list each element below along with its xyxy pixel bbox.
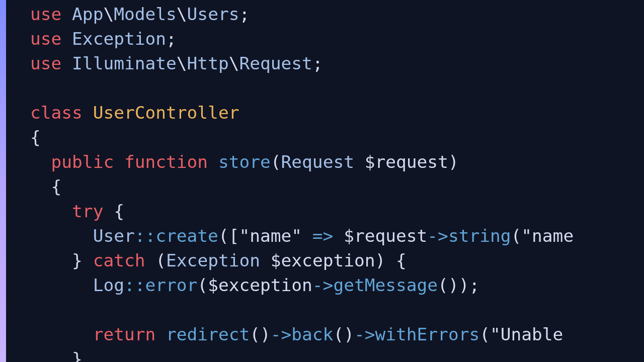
- token-punct: ());: [438, 275, 479, 295]
- token-punct: ;: [166, 29, 177, 49]
- token-ns: Exception: [72, 29, 166, 49]
- code-line: Log::error($exception->getMessage());: [30, 275, 479, 295]
- code-line: return redirect()->back()->withErrors("U…: [30, 324, 563, 344]
- token-punct: ): [448, 152, 459, 172]
- token-var: $exception: [271, 250, 375, 270]
- token-punct: (: [155, 250, 166, 270]
- token-call: error: [145, 275, 197, 295]
- code-line: use Exception;: [30, 29, 177, 49]
- token-op: ->: [354, 324, 375, 344]
- token-kw: public: [51, 152, 114, 172]
- code-line: } catch (Exception $exception) {: [30, 250, 407, 270]
- token-call: back: [291, 324, 333, 344]
- token-ns: Request: [239, 53, 312, 73]
- token-op: ->: [271, 324, 292, 344]
- token-punct: {: [396, 250, 407, 270]
- token-punct: (): [250, 324, 271, 344]
- token-op: ->: [427, 226, 448, 246]
- token-strtxt: "Unable: [490, 324, 563, 344]
- token-call: withErrors: [375, 324, 479, 344]
- token-kw: use: [30, 4, 61, 24]
- token-punct: (: [511, 226, 522, 246]
- token-kw: try: [72, 201, 103, 221]
- token-punct: {: [51, 176, 62, 197]
- token-ns: Models: [114, 4, 177, 24]
- token-op: =>: [312, 226, 334, 246]
- token-call: string: [448, 226, 511, 246]
- token-op: ::: [135, 226, 156, 246]
- token-call: create: [155, 226, 218, 246]
- token-punct: (): [333, 324, 354, 344]
- token-strtxt: "name: [521, 226, 574, 246]
- token-var: $request: [365, 152, 448, 172]
- token-punct: \: [177, 53, 187, 73]
- code-line: {: [30, 176, 61, 197]
- code-line: class UserController: [30, 103, 239, 123]
- token-punct: {: [114, 201, 124, 221]
- token-punct: ;: [239, 4, 250, 24]
- token-var: $exception: [208, 275, 312, 295]
- token-punct: \: [229, 53, 239, 73]
- token-kw: return: [93, 324, 156, 344]
- token-call: redirect: [166, 324, 250, 344]
- token-kw: use: [30, 53, 61, 73]
- token-ns: Http: [187, 53, 229, 73]
- token-kw: catch: [93, 250, 145, 270]
- token-call: getMessage: [333, 275, 438, 295]
- code-editor-view: use App\Models\Users; use Exception; use…: [0, 0, 644, 362]
- token-ns: Users: [187, 4, 239, 24]
- token-punct: \: [177, 4, 187, 24]
- token-ns: App: [72, 4, 103, 24]
- token-type: Request: [281, 152, 354, 172]
- code-line: use App\Models\Users;: [30, 4, 250, 24]
- token-op: ::: [124, 275, 145, 295]
- token-punct: ;: [312, 53, 323, 73]
- token-kw: function: [124, 152, 208, 172]
- token-op: ->: [312, 275, 334, 295]
- php-code-block: use App\Models\Users; use Exception; use…: [6, 0, 644, 362]
- code-line: try {: [30, 201, 124, 221]
- token-punct: ): [375, 250, 386, 270]
- token-ns: Log: [93, 275, 124, 295]
- token-punct: ([: [218, 226, 239, 246]
- code-line: {: [30, 127, 41, 147]
- token-punct: {: [30, 127, 41, 147]
- code-line: }: [30, 349, 83, 362]
- token-punct: (: [271, 152, 281, 172]
- token-punct: (: [479, 324, 490, 344]
- token-var: $request: [344, 226, 427, 246]
- code-line: public function store(Request $request): [30, 152, 459, 172]
- code-line: use Illuminate\Http\Request;: [30, 53, 323, 73]
- token-type: Exception: [166, 250, 260, 270]
- token-ns: Illuminate: [72, 53, 177, 73]
- token-punct: \: [103, 4, 114, 24]
- token-kw: use: [30, 29, 61, 49]
- code-line: User::create(["name" => $request->string…: [30, 226, 574, 246]
- token-punct: }: [72, 349, 83, 362]
- token-kw: class: [30, 103, 83, 123]
- token-punct: (: [197, 275, 208, 295]
- token-cls: UserController: [93, 103, 239, 123]
- token-strtxt: "name": [239, 226, 302, 246]
- token-punct: }: [72, 250, 83, 270]
- token-fn: store: [218, 152, 271, 172]
- token-ns: User: [93, 226, 135, 246]
